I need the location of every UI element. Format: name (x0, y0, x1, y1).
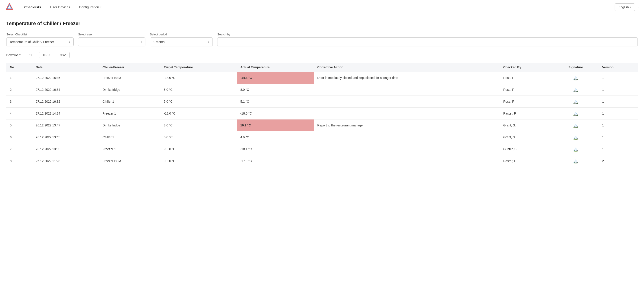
cell-checked-by: Ross, F. (500, 72, 553, 84)
cell-chiller: Drinks fridge (99, 84, 160, 96)
cell-checked-by: Ross, F. (500, 96, 553, 108)
cell-target-temp: -18.0 °C (160, 108, 237, 119)
cell-version: 1 (598, 96, 638, 108)
cell-actual-temp: -17.9 °C (237, 155, 314, 167)
date-sort-icon: ↓ (43, 66, 45, 69)
cell-date: 27.12.2022 16:34 (32, 84, 99, 96)
cell-actual-temp: -18.0 °C (237, 108, 314, 119)
data-table: No. Date ↓ Chiller/Freezer Target Temper… (6, 63, 638, 167)
cell-no: 2 (6, 84, 32, 96)
cell-no: 6 (6, 131, 32, 143)
cell-no: 4 (6, 108, 32, 119)
cell-no: 1 (6, 72, 32, 84)
language-caret-icon: ▾ (630, 6, 631, 8)
signature-icon: 🏔️ (573, 146, 578, 152)
search-input[interactable] (217, 37, 638, 46)
cell-target-temp: -18.0 °C (160, 155, 237, 167)
checklist-select-caret-icon: ▾ (69, 40, 70, 43)
cell-chiller: Freezer BSMT (99, 72, 160, 84)
cell-date: 26.12.2022 13:47 (32, 119, 99, 131)
download-pdf-button[interactable]: PDF (24, 52, 37, 58)
cell-corrective (314, 143, 500, 155)
page-content: Temperature of Chiller / Freezer Select … (0, 14, 644, 173)
col-no: No. (6, 63, 32, 72)
cell-signature: 🏔️ (553, 108, 599, 119)
table-row: 3 27.12.2022 16:32 Chiller 1 5.0 °C 5.1 … (6, 96, 638, 108)
col-actual-temp: Actual Temperature (237, 63, 314, 72)
cell-target-temp: 5.0 °C (160, 131, 237, 143)
language-selector[interactable]: English ▾ (614, 3, 635, 11)
download-xlsx-button[interactable]: XLSX (39, 52, 54, 58)
cell-corrective (314, 84, 500, 96)
cell-signature: 🏔️ (553, 84, 599, 96)
logo[interactable] (6, 3, 14, 12)
search-filter-label: Search by (217, 33, 638, 36)
period-select[interactable]: 1 month ▾ (150, 37, 213, 46)
cell-signature: 🏔️ (553, 143, 599, 155)
cell-corrective: Report to the restaurant manager (314, 119, 500, 131)
config-dropdown-icon: ▾ (100, 6, 102, 8)
download-row: Download: PDF XLSX CSV (6, 52, 638, 58)
filters-row: Select Checklist Temperature of Chiller … (6, 33, 638, 46)
signature-icon: 🏔️ (573, 111, 578, 116)
cell-target-temp: 5.0 °C (160, 96, 237, 108)
col-date[interactable]: Date ↓ (32, 63, 99, 72)
table-row: 7 26.12.2022 13:35 Freezer 1 -18.0 °C -1… (6, 143, 638, 155)
nav-checklists[interactable]: Checklists (20, 0, 46, 14)
cell-actual-temp: -14.8 °C (237, 72, 314, 84)
page-title: Temperature of Chiller / Freezer (6, 21, 638, 26)
user-select[interactable]: ▾ (78, 37, 146, 46)
cell-chiller: Freezer 1 (99, 108, 160, 119)
signature-icon: 🏔️ (573, 158, 578, 164)
cell-no: 5 (6, 119, 32, 131)
signature-icon: 🏔️ (573, 87, 578, 92)
checklist-select-value: Temperature of Chiller / Freezer (10, 40, 54, 44)
period-select-caret-icon: ▾ (208, 40, 209, 43)
cell-signature: 🏔️ (553, 119, 599, 131)
table-body: 1 27.12.2022 16:35 Freezer BSMT -18.0 °C… (6, 72, 638, 167)
nav-extra-caret[interactable]: › (638, 5, 638, 9)
table-row: 4 27.12.2022 14:34 Freezer 1 -18.0 °C -1… (6, 108, 638, 119)
period-filter-group: Select period 1 month ▾ (150, 33, 213, 46)
cell-date: 26.12.2022 13:45 (32, 131, 99, 143)
col-signature: Signature (553, 63, 599, 72)
table-row: 1 27.12.2022 16:35 Freezer BSMT -18.0 °C… (6, 72, 638, 84)
cell-chiller: Chiller 1 (99, 131, 160, 143)
cell-corrective (314, 96, 500, 108)
nav-user-devices[interactable]: User Devices (46, 0, 74, 14)
cell-actual-temp: -18.1 °C (237, 143, 314, 155)
checklist-select[interactable]: Temperature of Chiller / Freezer ▾ (6, 37, 74, 46)
cell-actual-temp: 4.6 °C (237, 131, 314, 143)
nav-configuration[interactable]: Configuration ▾ (74, 0, 106, 14)
period-select-value: 1 month (153, 40, 165, 44)
signature-icon: 🏔️ (573, 134, 578, 140)
user-filter-label: Select user (78, 33, 146, 36)
table-row: 2 27.12.2022 16:34 Drinks fridge 8.0 °C … (6, 84, 638, 96)
table-row: 6 26.12.2022 13:45 Chiller 1 5.0 °C 4.6 … (6, 131, 638, 143)
cell-version: 2 (598, 155, 638, 167)
table-row: 5 26.12.2022 13:47 Drinks fridge 8.0 °C … (6, 119, 638, 131)
checklist-filter-label: Select Checklist (6, 33, 74, 36)
cell-no: 3 (6, 96, 32, 108)
signature-icon: 🏔️ (573, 75, 578, 80)
cell-signature: 🏔️ (553, 96, 599, 108)
cell-chiller: Freezer BSMT (99, 155, 160, 167)
table-header: No. Date ↓ Chiller/Freezer Target Temper… (6, 63, 638, 72)
nav-right: English ▾ › (614, 3, 638, 11)
cell-version: 1 (598, 72, 638, 84)
cell-date: 27.12.2022 14:34 (32, 108, 99, 119)
col-target-temp: Target Temperature (160, 63, 237, 72)
language-label: English (618, 5, 629, 9)
cell-corrective (314, 131, 500, 143)
data-table-wrap: No. Date ↓ Chiller/Freezer Target Temper… (6, 63, 638, 167)
cell-actual-temp: 5.1 °C (237, 96, 314, 108)
download-csv-button[interactable]: CSV (56, 52, 70, 58)
cell-version: 1 (598, 108, 638, 119)
cell-target-temp: -18.0 °C (160, 72, 237, 84)
cell-target-temp: 8.0 °C (160, 119, 237, 131)
cell-signature: 🏔️ (553, 131, 599, 143)
col-corrective: Corrective Action (314, 63, 500, 72)
signature-icon: 🏔️ (573, 123, 578, 128)
cell-actual-temp: 8.0 °C (237, 84, 314, 96)
cell-corrective: Door immediately closed and kept closed … (314, 72, 500, 84)
